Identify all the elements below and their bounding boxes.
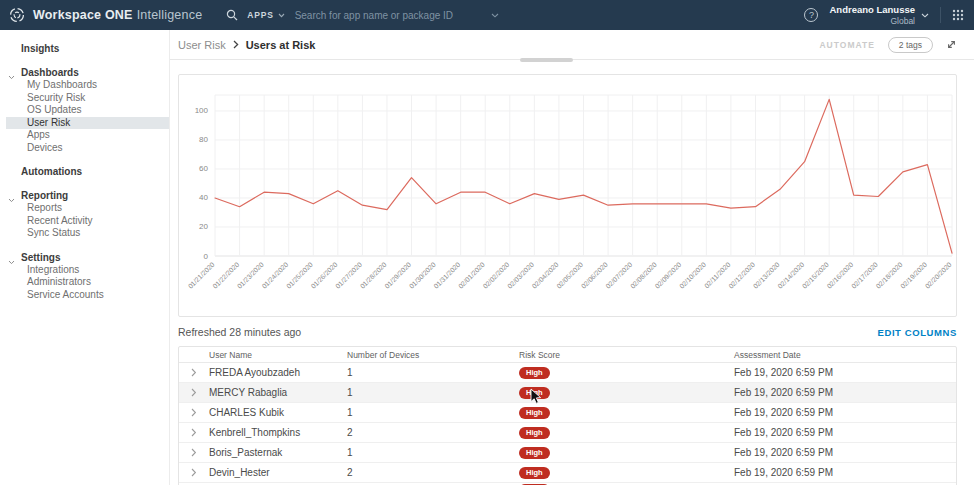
sidebar: InsightsDashboardsMy DashboardsSecurity …: [0, 30, 170, 485]
sidebar-item-security-risk[interactable]: Security Risk: [6, 92, 169, 105]
sidebar-item-recent-activity[interactable]: Recent Activity: [6, 215, 169, 228]
risk-score-badge: High: [519, 427, 550, 439]
y-axis-tick-label: 100: [195, 106, 209, 115]
users-at-risk-table: User NameNumber of DevicesRisk ScoreAsse…: [178, 346, 957, 485]
user-menu[interactable]: Andreano Lanusse Global: [829, 5, 929, 25]
risk-score-cell: High: [519, 386, 734, 399]
assessment-date-cell: Feb 19, 2020 6:59 PM: [734, 427, 956, 438]
sidebar-item-devices[interactable]: Devices: [6, 142, 169, 155]
chevron-down-icon: [8, 193, 15, 206]
risk-score-badge: High: [519, 467, 550, 479]
risk-score-badge: High: [519, 387, 550, 399]
user-name-cell: Kenbrell_Thompkins: [209, 427, 347, 438]
x-axis-tick-label: 02/20/2020: [924, 261, 953, 290]
search-expand-chevron-icon[interactable]: [491, 13, 499, 18]
sidebar-item-sync-status[interactable]: Sync Status: [6, 227, 169, 240]
search-scope-label: APPS: [247, 10, 273, 20]
refreshed-status: Refreshed 28 minutes ago: [178, 326, 301, 338]
sidebar-item-dashboards[interactable]: Dashboards: [0, 66, 169, 79]
brand-secondary: Intelligence: [137, 8, 203, 22]
sidebar-item-automations[interactable]: Automations: [0, 165, 169, 178]
column-header-risk-score[interactable]: Risk Score: [519, 350, 734, 360]
y-axis-tick-label: 0: [204, 252, 209, 261]
row-expand-chevron-icon[interactable]: [179, 448, 209, 457]
topbar-right-controls: ? Andreano Lanusse Global: [804, 5, 964, 25]
sidebar-item-apps[interactable]: Apps: [6, 129, 169, 142]
sidebar-item-label: Insights: [21, 43, 59, 54]
devices-cell: 1: [347, 367, 519, 378]
global-search[interactable]: APPS Search for app name or package ID: [226, 9, 498, 21]
sidebar-item-user-risk[interactable]: User Risk: [6, 117, 169, 130]
breadcrumb: User Risk Users at Risk AUTOMATE 2 tags: [170, 30, 974, 60]
table-row[interactable]: Kenbrell_Thompkins2HighFeb 19, 2020 6:59…: [179, 423, 956, 443]
chevron-down-icon: [8, 255, 15, 268]
table-row[interactable]: CHARLES Kubik1HighFeb 19, 2020 6:59 PM: [179, 403, 956, 423]
devices-cell: 1: [347, 387, 519, 398]
table-row[interactable]: MERCY Rabaglia1HighFeb 19, 2020 6:59 PM: [179, 383, 956, 403]
row-expand-chevron-icon[interactable]: [179, 468, 209, 477]
risk-score-cell: High: [519, 406, 734, 419]
app-title: Workspace ONEIntelligence: [33, 8, 202, 22]
row-expand-chevron-icon[interactable]: [179, 428, 209, 437]
sidebar-section-insights: Insights: [0, 42, 169, 55]
automate-button[interactable]: AUTOMATE: [819, 40, 874, 50]
assessment-date-cell: Feb 19, 2020 6:59 PM: [734, 467, 956, 478]
sidebar-item-os-updates[interactable]: OS Updates: [6, 104, 169, 117]
sidebar-section-dashboards: DashboardsMy DashboardsSecurity RiskOS U…: [0, 66, 169, 154]
sidebar-item-integrations[interactable]: Integrations: [6, 264, 169, 277]
brand-primary: Workspace ONE: [33, 8, 133, 22]
assessment-date-cell: Feb 19, 2020 6:59 PM: [734, 387, 956, 398]
y-axis-tick-label: 60: [199, 164, 208, 173]
edit-columns-button[interactable]: EDIT COLUMNS: [877, 327, 957, 338]
help-icon[interactable]: ?: [804, 8, 818, 22]
app-grid-icon[interactable]: [952, 9, 964, 21]
sidebar-item-label: Reporting: [21, 190, 68, 201]
top-bar: Workspace ONEIntelligence APPS Search fo…: [0, 0, 974, 30]
chevron-down-icon: [278, 13, 285, 18]
sidebar-item-reports[interactable]: Reports: [6, 202, 169, 215]
page-title: Users at Risk: [246, 39, 316, 51]
table-row[interactable]: Boris_Pasternak1HighFeb 19, 2020 6:59 PM: [179, 443, 956, 463]
users-at-risk-line-chart[interactable]: 02040608010001/21/202001/22/202001/23/20…: [179, 75, 956, 316]
expand-icon[interactable]: [946, 39, 957, 50]
row-expand-chevron-icon[interactable]: [179, 408, 209, 417]
risk-score-badge: High: [519, 447, 550, 459]
app-window: Workspace ONEIntelligence APPS Search fo…: [0, 0, 974, 485]
horizontal-scrollbar-thumb[interactable]: [520, 58, 573, 62]
table-row[interactable]: Devin_Hester2HighFeb 19, 2020 6:59 PM: [179, 463, 956, 483]
chevron-down-icon: [921, 13, 929, 18]
breadcrumb-parent[interactable]: User Risk: [178, 39, 226, 51]
search-input[interactable]: Search for app name or package ID: [295, 10, 491, 21]
user-name-cell: FREDA Ayoubzadeh: [209, 367, 347, 378]
chevron-down-icon: [8, 70, 15, 83]
sidebar-section-settings: SettingsIntegrationsAdministratorsServic…: [0, 251, 169, 302]
table-row[interactable]: FREDA Ayoubzadeh1HighFeb 19, 2020 6:59 P…: [179, 363, 956, 383]
row-expand-chevron-icon[interactable]: [179, 388, 209, 397]
assessment-date-cell: Feb 19, 2020 6:59 PM: [734, 407, 956, 418]
column-header-assessment-date[interactable]: Assessment Date: [734, 350, 956, 360]
row-expand-chevron-icon[interactable]: [179, 368, 209, 377]
sidebar-item-my-dashboards[interactable]: My Dashboards: [6, 79, 169, 92]
assessment-date-cell: Feb 19, 2020 6:59 PM: [734, 447, 956, 458]
search-scope-dropdown[interactable]: APPS: [247, 10, 284, 20]
sidebar-item-administrators[interactable]: Administrators: [6, 276, 169, 289]
risk-score-cell: High: [519, 446, 734, 459]
sidebar-item-insights[interactable]: Insights: [0, 42, 169, 55]
y-axis-tick-label: 80: [199, 135, 208, 144]
sidebar-item-reporting[interactable]: Reporting: [0, 189, 169, 202]
users-at-risk-chart-card: 02040608010001/21/202001/22/202001/23/20…: [178, 74, 957, 317]
sidebar-item-settings[interactable]: Settings: [0, 251, 169, 264]
devices-cell: 2: [347, 467, 519, 478]
tags-button[interactable]: 2 tags: [888, 37, 933, 53]
user-name: Andreano Lanusse: [829, 5, 915, 15]
sidebar-item-service-accounts[interactable]: Service Accounts: [6, 289, 169, 302]
risk-score-cell: High: [519, 466, 734, 479]
workspace-one-logo-icon: [9, 7, 25, 23]
user-name-cell: MERCY Rabaglia: [209, 387, 347, 398]
table-header-row: User NameNumber of DevicesRisk ScoreAsse…: [179, 347, 956, 363]
y-axis-tick-label: 20: [199, 222, 208, 231]
devices-cell: 1: [347, 447, 519, 458]
column-header-user-name[interactable]: User Name: [209, 350, 347, 360]
column-header-number-of-devices[interactable]: Number of Devices: [347, 350, 519, 360]
sidebar-section-reporting: ReportingReportsRecent ActivitySync Stat…: [0, 189, 169, 240]
